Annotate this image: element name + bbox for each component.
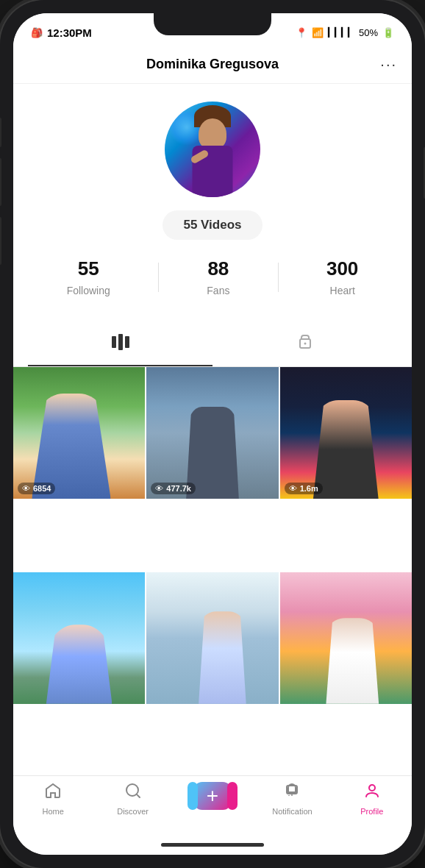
- following-label: Following: [67, 285, 110, 296]
- notch: [154, 13, 271, 35]
- video-thumb-1[interactable]: 👁 6854: [13, 367, 145, 499]
- wifi-icon: 📶: [312, 27, 324, 38]
- phone-screen: 🎒 12:30PM 📍 📶 ▎▎▎▎ 50% 🔋 Dominika Gregus…: [13, 13, 412, 855]
- nav-item-notification[interactable]: Notification: [252, 782, 332, 816]
- stat-following: 55 Following: [67, 257, 110, 296]
- following-count: 55: [78, 257, 99, 280]
- volume-up-button: [0, 158, 1, 206]
- video-grid: 👁 6854 👁 477.7k 👁 1.6m: [13, 367, 412, 775]
- page-title: Dominika Gregusova: [146, 57, 279, 72]
- nav-item-home[interactable]: Home: [13, 782, 93, 816]
- profile-label: Profile: [360, 807, 383, 816]
- svg-point-5: [369, 785, 375, 791]
- fans-label: Fans: [207, 285, 229, 296]
- notification-label: Notification: [272, 807, 312, 816]
- home-indicator: [13, 834, 412, 855]
- battery-icon: 🔋: [382, 27, 394, 38]
- view-count-3: 👁 1.6m: [285, 483, 323, 494]
- discover-icon: [124, 782, 142, 804]
- nav-item-plus[interactable]: +: [173, 782, 252, 810]
- stat-divider-2: [278, 263, 279, 292]
- profile-section: 55 Videos 55 Following 88 Fans 300 Heart: [13, 84, 412, 319]
- more-options-button[interactable]: ···: [380, 56, 397, 73]
- avatar-person: [183, 116, 242, 197]
- status-icon-bag: 🎒: [31, 27, 43, 38]
- view-num-1: 6854: [33, 484, 51, 493]
- stats-row: 55 Following 88 Fans 300 Heart: [28, 257, 397, 296]
- battery-text: 50%: [359, 27, 378, 38]
- eye-icon-2: 👁: [155, 484, 163, 493]
- head: [199, 118, 226, 149]
- home-icon: [44, 782, 62, 804]
- view-num-2: 477.7k: [166, 484, 191, 493]
- svg-point-4: [291, 794, 293, 796]
- video-thumb-2[interactable]: 👁 477.7k: [146, 367, 278, 499]
- home-label: Home: [43, 807, 64, 816]
- status-left: 🎒 12:30PM: [31, 26, 92, 39]
- nav-item-profile[interactable]: Profile: [332, 782, 412, 816]
- stat-heart: 300 Heart: [326, 257, 358, 296]
- heart-lock-icon: [294, 329, 316, 355]
- grid-bar-1: [112, 336, 116, 348]
- eye-icon-1: 👁: [22, 484, 30, 493]
- video-thumb-3[interactable]: 👁 1.6m: [280, 367, 412, 499]
- phone-frame: 🎒 12:30PM 📍 📶 ▎▎▎▎ 50% 🔋 Dominika Gregus…: [0, 0, 425, 868]
- stat-divider-1: [158, 263, 159, 292]
- video-thumb-5[interactable]: [146, 572, 278, 704]
- thumb-person-6: [319, 618, 385, 704]
- grid-bar-3: [125, 336, 129, 348]
- profile-icon: [363, 782, 381, 804]
- video-thumb-6[interactable]: [280, 572, 412, 704]
- grid-icon: [112, 334, 129, 350]
- view-count-1: 👁 6854: [18, 483, 55, 494]
- signal-icon: ▎▎▎▎: [328, 27, 354, 38]
- videos-badge: 55 Videos: [162, 210, 262, 240]
- thumb-person-5: [193, 611, 252, 704]
- bottom-nav: Home Discover +: [13, 775, 412, 834]
- view-num-3: 1.6m: [300, 484, 318, 493]
- heart-label: Heart: [330, 285, 355, 296]
- tab-grid[interactable]: [28, 319, 213, 366]
- avatar: [165, 102, 260, 197]
- tab-liked[interactable]: [213, 319, 397, 366]
- content-tabs: [13, 319, 412, 367]
- plus-icon: +: [207, 786, 218, 806]
- avatar-background: [165, 102, 260, 197]
- volume-down-button: [0, 217, 1, 265]
- svg-point-1: [304, 343, 306, 345]
- location-icon: 📍: [296, 27, 307, 38]
- videos-count-label: 55 Videos: [183, 218, 241, 232]
- thumb-person-4: [46, 625, 113, 704]
- notification-icon: [283, 782, 301, 804]
- fans-count: 88: [207, 257, 229, 280]
- grid-bar-2: [118, 334, 123, 350]
- stat-fans: 88 Fans: [207, 257, 229, 296]
- eye-icon-3: 👁: [289, 484, 297, 493]
- app-header: Dominika Gregusova ···: [13, 46, 412, 84]
- heart-count: 300: [326, 257, 358, 280]
- mute-button: [0, 118, 1, 147]
- status-right: 📍 📶 ▎▎▎▎ 50% 🔋: [296, 27, 394, 38]
- status-time: 12:30PM: [47, 26, 92, 39]
- discover-label: Discover: [117, 807, 149, 816]
- nav-item-discover[interactable]: Discover: [93, 782, 172, 816]
- home-bar: [161, 843, 264, 847]
- video-thumb-4[interactable]: [13, 572, 145, 704]
- view-count-2: 👁 477.7k: [151, 483, 196, 494]
- plus-button[interactable]: +: [193, 782, 232, 810]
